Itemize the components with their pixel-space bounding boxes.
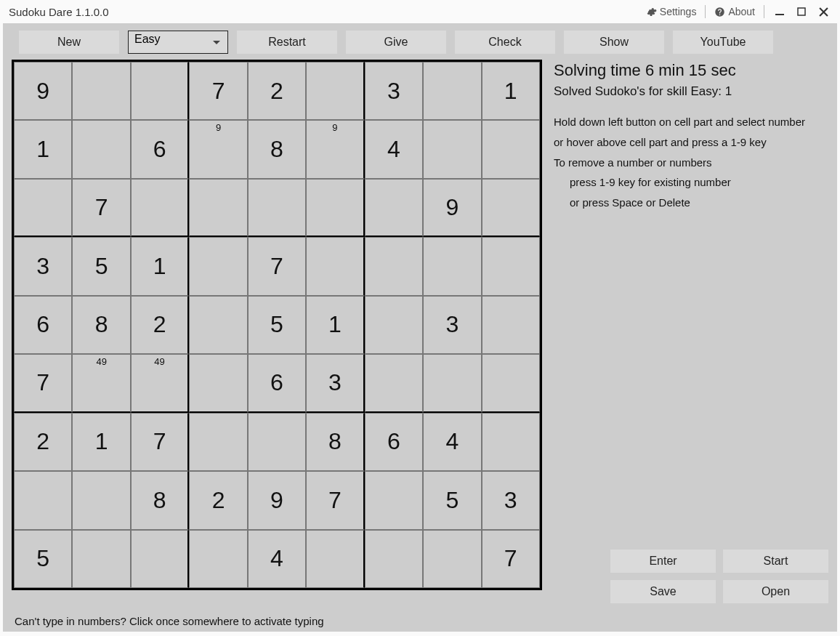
sudoku-cell[interactable]: 2	[14, 413, 72, 471]
sudoku-cell[interactable]	[423, 354, 481, 412]
sudoku-cell[interactable]	[482, 179, 540, 237]
sudoku-cell[interactable]	[423, 237, 481, 295]
sudoku-cell[interactable]: 4	[423, 413, 481, 471]
sudoku-cell[interactable]: 3	[423, 296, 481, 354]
sudoku-cell[interactable]: 8	[306, 413, 364, 471]
sudoku-cell[interactable]	[131, 62, 189, 120]
sudoku-cell[interactable]	[131, 179, 189, 237]
sudoku-cell[interactable]: 9	[248, 471, 306, 529]
sudoku-cell[interactable]	[365, 530, 423, 588]
sudoku-cell[interactable]	[482, 237, 540, 295]
sudoku-cell[interactable]	[248, 179, 306, 237]
sudoku-cell[interactable]: 9	[423, 179, 481, 237]
sudoku-cell[interactable]	[365, 296, 423, 354]
sudoku-cell[interactable]	[189, 413, 247, 471]
sudoku-cell[interactable]	[72, 471, 130, 529]
svg-rect-0	[775, 14, 784, 15]
sudoku-cell[interactable]: 7	[306, 471, 364, 529]
sudoku-cell[interactable]	[306, 237, 364, 295]
difficulty-select[interactable]: Easy	[128, 31, 228, 54]
sudoku-cell[interactable]	[14, 179, 72, 237]
sudoku-board[interactable]: 9723116989479351768251374949632178648297…	[12, 60, 542, 590]
sudoku-cell[interactable]	[306, 62, 364, 120]
settings-button[interactable]: Settings	[642, 4, 701, 19]
sudoku-cell[interactable]: 8	[72, 296, 130, 354]
maximize-button[interactable]	[791, 1, 812, 22]
sudoku-cell[interactable]: 2	[189, 471, 247, 529]
sudoku-cell[interactable]: 6	[131, 120, 189, 178]
sudoku-cell[interactable]	[365, 237, 423, 295]
check-button[interactable]: Check	[455, 31, 555, 54]
save-button[interactable]: Save	[610, 580, 716, 603]
sudoku-cell[interactable]	[482, 413, 540, 471]
sudoku-cell[interactable]: 1	[131, 237, 189, 295]
sudoku-cell[interactable]: 7	[14, 354, 72, 412]
sudoku-cell[interactable]: 7	[131, 413, 189, 471]
sudoku-cell[interactable]: 49	[72, 354, 130, 412]
sudoku-cell[interactable]: 4	[248, 530, 306, 588]
sudoku-cell[interactable]: 9	[306, 120, 364, 178]
sudoku-cell[interactable]	[423, 530, 481, 588]
close-button[interactable]	[812, 1, 834, 22]
sudoku-cell[interactable]	[365, 354, 423, 412]
sudoku-cell[interactable]: 5	[72, 237, 130, 295]
sudoku-cell[interactable]: 7	[189, 62, 247, 120]
sudoku-cell[interactable]: 3	[482, 471, 540, 529]
sudoku-cell[interactable]: 1	[482, 62, 540, 120]
sudoku-cell[interactable]: 8	[248, 120, 306, 178]
sudoku-cell[interactable]: 9	[189, 120, 247, 178]
sudoku-cell[interactable]: 49	[131, 354, 189, 412]
sudoku-cell[interactable]	[189, 296, 247, 354]
sudoku-cell[interactable]: 6	[248, 354, 306, 412]
sudoku-cell[interactable]	[14, 471, 72, 529]
sudoku-cell[interactable]: 7	[248, 237, 306, 295]
sudoku-cell[interactable]	[423, 120, 481, 178]
sudoku-cell[interactable]: 8	[131, 471, 189, 529]
sudoku-cell[interactable]: 6	[365, 413, 423, 471]
sudoku-cell[interactable]	[423, 62, 481, 120]
sudoku-cell[interactable]: 7	[72, 179, 130, 237]
sudoku-cell[interactable]: 2	[248, 62, 306, 120]
sudoku-cell[interactable]: 5	[423, 471, 481, 529]
sudoku-cell[interactable]	[189, 179, 247, 237]
sudoku-cell[interactable]	[189, 237, 247, 295]
open-button[interactable]: Open	[723, 580, 828, 603]
sudoku-cell[interactable]	[365, 179, 423, 237]
sudoku-cell[interactable]: 3	[365, 62, 423, 120]
sudoku-cell[interactable]	[482, 120, 540, 178]
youtube-button[interactable]: YouTube	[673, 31, 773, 54]
sudoku-cell[interactable]: 7	[482, 530, 540, 588]
show-button[interactable]: Show	[564, 31, 664, 54]
about-button[interactable]: About	[710, 4, 759, 19]
sudoku-cell[interactable]	[72, 530, 130, 588]
sudoku-cell[interactable]	[306, 179, 364, 237]
sudoku-cell[interactable]	[306, 530, 364, 588]
sudoku-cell[interactable]	[72, 62, 130, 120]
start-button[interactable]: Start	[723, 550, 828, 573]
maximize-icon	[797, 7, 806, 16]
sudoku-cell[interactable]: 3	[14, 237, 72, 295]
new-button[interactable]: New	[19, 31, 119, 54]
sudoku-cell[interactable]: 9	[14, 62, 72, 120]
sudoku-cell[interactable]	[72, 120, 130, 178]
sudoku-cell[interactable]: 6	[14, 296, 72, 354]
sudoku-cell[interactable]: 1	[14, 120, 72, 178]
sudoku-cell[interactable]	[482, 354, 540, 412]
sudoku-cell[interactable]	[365, 471, 423, 529]
sudoku-cell[interactable]: 1	[72, 413, 130, 471]
enter-button[interactable]: Enter	[610, 550, 716, 573]
sudoku-cell[interactable]: 4	[365, 120, 423, 178]
minimize-button[interactable]	[769, 1, 791, 22]
give-button[interactable]: Give	[346, 31, 446, 54]
sudoku-cell[interactable]	[248, 413, 306, 471]
sudoku-cell[interactable]	[189, 530, 247, 588]
sudoku-cell[interactable]: 5	[14, 530, 72, 588]
sudoku-cell[interactable]	[189, 354, 247, 412]
sudoku-cell[interactable]	[482, 296, 540, 354]
restart-button[interactable]: Restart	[237, 31, 337, 54]
sudoku-cell[interactable]: 5	[248, 296, 306, 354]
sudoku-cell[interactable]: 2	[131, 296, 189, 354]
sudoku-cell[interactable]: 1	[306, 296, 364, 354]
sudoku-cell[interactable]: 3	[306, 354, 364, 412]
sudoku-cell[interactable]	[131, 530, 189, 588]
